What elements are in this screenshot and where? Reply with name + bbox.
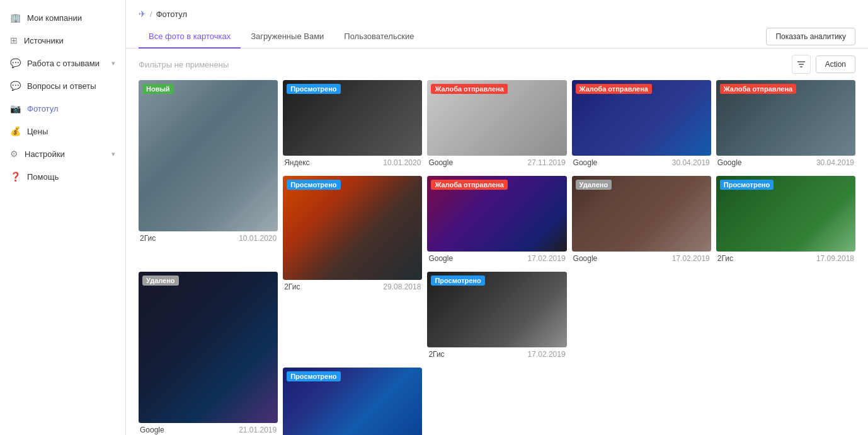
sidebar: 🏢 Мои компании ⊞ Источники 💬 Работа с от… bbox=[0, 0, 126, 435]
photo-meta: Google 30.04.2019 bbox=[572, 156, 711, 171]
photo-card[interactable]: Жалоба отправлена Google 17.02.2019 bbox=[427, 176, 566, 267]
photo-card[interactable]: Жалоба отправлена Google 30.04.2019 bbox=[572, 80, 711, 171]
photo-badge: Просмотрено bbox=[431, 276, 484, 286]
photo-date: 17.02.2019 bbox=[528, 350, 566, 359]
photo-date: 10.01.2020 bbox=[383, 158, 421, 167]
photo-thumbnail: Жалоба отправлена bbox=[427, 176, 566, 252]
sources-icon: ⊞ bbox=[10, 35, 18, 45]
sidebar-item-help[interactable]: ❓ Помощь bbox=[0, 165, 125, 188]
sidebar-item-label: Работа с отзывами bbox=[27, 59, 105, 68]
sidebar-item-label: Мои компании bbox=[27, 13, 115, 23]
photo-date: 30.04.2019 bbox=[672, 158, 710, 167]
photo-badge: Просмотрено bbox=[720, 180, 774, 190]
photo-thumbnail: Жалоба отправлена bbox=[716, 80, 855, 156]
tab-all[interactable]: Все фото в карточках bbox=[139, 25, 241, 49]
show-analytics-button[interactable]: Показать аналитику bbox=[766, 28, 855, 45]
photo-card[interactable]: Просмотрено 2Гис 17.09.2018 bbox=[716, 176, 855, 267]
photo-source: Google bbox=[428, 158, 453, 167]
photo-date: 30.04.2019 bbox=[816, 158, 854, 167]
photo-badge: Жалоба отправлена bbox=[431, 84, 507, 94]
photo-thumbnail: Новый bbox=[139, 80, 278, 231]
photo-meta: 2Гис 29.08.2018 bbox=[283, 280, 422, 295]
toolbar: Фильтры не применены Action bbox=[126, 49, 868, 80]
photo-source: Google bbox=[428, 254, 453, 263]
tab-user[interactable]: Пользовательские bbox=[334, 25, 424, 49]
sidebar-item-label: Источники bbox=[24, 36, 115, 45]
photo-source: 2Гис bbox=[284, 282, 300, 291]
tabs-container: Все фото в карточках Загруженные Вами По… bbox=[126, 25, 868, 49]
photo-meta: 2Гис 17.09.2018 bbox=[716, 252, 855, 267]
photo-source: Google bbox=[140, 426, 164, 434]
photo-thumbnail: Просмотрено bbox=[283, 176, 422, 280]
photo-meta: 2Гис 10.01.2020 bbox=[139, 231, 278, 246]
photo-card[interactable]: Новый 2Гис 10.01.2020 bbox=[139, 80, 278, 267]
sidebar-item-prices[interactable]: 💰 Цены bbox=[0, 120, 125, 142]
sidebar-item-label: Вопросы и ответы bbox=[27, 81, 115, 91]
photo-source: Google bbox=[717, 158, 742, 167]
photo-meta: 2Гис 17.02.2019 bbox=[427, 347, 566, 362]
sidebar-item-label: Помощь bbox=[27, 172, 115, 182]
photo-thumbnail: Удалено bbox=[139, 272, 278, 423]
photo-badge: Удалено bbox=[576, 180, 612, 190]
photo-date: 21.01.2019 bbox=[239, 426, 277, 434]
arrow-icon: ▾ bbox=[111, 59, 115, 67]
settings-icon: ⚙ bbox=[10, 149, 18, 159]
photo-meta: Google 17.02.2019 bbox=[572, 252, 711, 267]
photo-thumbnail: Просмотрено bbox=[427, 272, 566, 347]
sidebar-item-qa[interactable]: 💬 Вопросы и ответы bbox=[0, 74, 125, 97]
photo-source: Яндекс bbox=[284, 158, 309, 167]
sidebar-item-reviews[interactable]: 💬 Работа с отзывами ▾ bbox=[0, 52, 125, 74]
qa-icon: 💬 bbox=[10, 81, 21, 91]
photo-source: Google bbox=[573, 158, 598, 167]
photo-card[interactable]: Просмотрено 2Гис 17.02.2019 bbox=[427, 272, 566, 362]
tab-uploaded[interactable]: Загруженные Вами bbox=[241, 25, 334, 49]
photo-date: 17.02.2019 bbox=[672, 254, 710, 263]
photo-badge: Новый bbox=[142, 84, 174, 94]
photo-date: 17.02.2019 bbox=[528, 254, 566, 263]
photo-thumbnail: Просмотрено bbox=[283, 80, 422, 156]
toolbar-right: Action bbox=[792, 55, 855, 74]
photo-source: 2Гис bbox=[140, 234, 156, 243]
help-icon: ❓ bbox=[10, 171, 21, 182]
photo-source: 2Гис bbox=[717, 254, 733, 263]
sidebar-item-label: Настройки bbox=[25, 149, 105, 159]
photo-card[interactable]: Жалоба отправлена Google 30.04.2019 bbox=[716, 80, 855, 171]
filter-icon-button[interactable] bbox=[792, 55, 811, 74]
reviews-icon: 💬 bbox=[10, 58, 21, 68]
breadcrumb-current: Фототул bbox=[156, 9, 187, 19]
arrow-icon: ▾ bbox=[111, 150, 115, 158]
photo-card[interactable]: Просмотрено 2Гис 09.11.2017 bbox=[283, 368, 422, 435]
photo-date: 17.09.2018 bbox=[816, 254, 854, 263]
photo-card[interactable]: Просмотрено 2Гис 29.08.2018 bbox=[283, 176, 422, 362]
breadcrumb-icon: ✈ bbox=[139, 9, 146, 19]
breadcrumb-separator: / bbox=[150, 9, 152, 19]
main-content: ✈ / Фототул Все фото в карточках Загруже… bbox=[126, 0, 868, 435]
photo-source: Google bbox=[573, 254, 598, 263]
photo-meta: Google 17.02.2019 bbox=[427, 252, 566, 267]
sidebar-item-label: Фототул bbox=[27, 104, 115, 113]
photo-thumbnail: Просмотрено bbox=[283, 368, 422, 435]
photo-date: 29.08.2018 bbox=[383, 282, 421, 291]
sidebar-item-sources[interactable]: ⊞ Источники bbox=[0, 29, 125, 52]
photo-card[interactable]: Удалено Google 21.01.2019 bbox=[139, 272, 278, 435]
photo-badge: Просмотрено bbox=[287, 180, 340, 190]
sidebar-item-companies[interactable]: 🏢 Мои компании bbox=[0, 6, 125, 29]
photo-badge: Жалоба отправлена bbox=[720, 84, 796, 94]
photo-badge: Жалоба отправлена bbox=[576, 84, 652, 94]
tabs: Все фото в карточках Загруженные Вами По… bbox=[139, 25, 424, 48]
companies-icon: 🏢 bbox=[10, 13, 21, 23]
sidebar-item-photos[interactable]: 📷 Фототул bbox=[0, 97, 125, 120]
sidebar-item-settings[interactable]: ⚙ Настройки ▾ bbox=[0, 142, 125, 165]
action-button[interactable]: Action bbox=[816, 55, 855, 73]
breadcrumb: ✈ / Фототул bbox=[126, 0, 868, 25]
photo-thumbnail: Просмотрено bbox=[716, 176, 855, 252]
photo-card[interactable]: Просмотрено Яндекс 10.01.2020 bbox=[283, 80, 422, 171]
photo-badge: Удалено bbox=[142, 276, 179, 286]
photo-card[interactable]: Удалено Google 17.02.2019 bbox=[572, 176, 711, 267]
photo-card[interactable]: Жалоба отправлена Google 27.11.2019 bbox=[427, 80, 566, 171]
filter-status-text: Фильтры не применены bbox=[139, 60, 229, 69]
photo-source: 2Гис bbox=[428, 350, 444, 359]
photo-meta: Google 27.11.2019 bbox=[427, 156, 566, 171]
photo-meta: Google 21.01.2019 bbox=[139, 423, 278, 435]
photo-meta: Яндекс 10.01.2020 bbox=[283, 156, 422, 171]
